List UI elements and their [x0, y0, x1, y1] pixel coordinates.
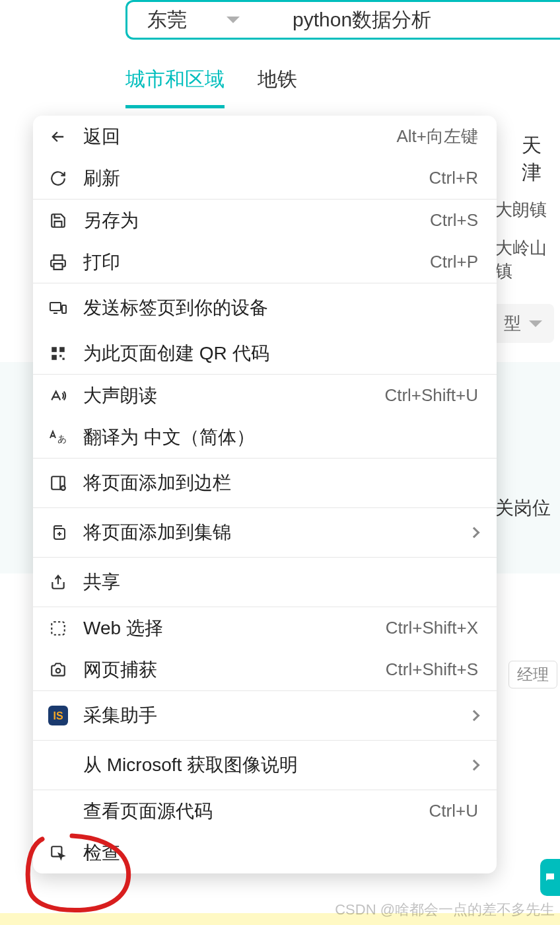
menu-print[interactable]: 打印 Ctrl+P [33, 241, 497, 283]
tab-metro[interactable]: 地铁 [258, 66, 297, 108]
menu-label: 共享 [83, 570, 478, 595]
svg-text:あ: あ [57, 433, 67, 444]
menu-label: 大声朗读 [83, 383, 384, 408]
chevron-right-icon [469, 760, 480, 771]
menu-shortcut: Ctrl+Shift+U [384, 385, 478, 406]
svg-text:IS: IS [53, 710, 63, 722]
menu-label: 另存为 [83, 208, 430, 233]
menu-label: 打印 [83, 250, 430, 275]
sidebar-icon [48, 472, 69, 494]
filter-label: 型 [504, 312, 521, 335]
menu-ms-image[interactable]: 从 Microsoft 获取图像说明 [33, 741, 497, 790]
translate-icon: あ [48, 427, 69, 448]
collector-ext-icon: IS [48, 705, 69, 726]
svg-rect-2 [52, 347, 57, 352]
menu-add-sidebar[interactable]: 将页面添加到边栏 [33, 459, 497, 507]
inspect-icon [48, 842, 69, 864]
print-icon [48, 252, 69, 273]
menu-shortcut: Ctrl+S [430, 210, 478, 231]
bg-filter-dropdown[interactable]: 型 [492, 304, 554, 343]
bg-district-1: 大朗镇 [495, 198, 547, 221]
menu-view-source[interactable]: 查看页面源代码 Ctrl+U [33, 790, 497, 832]
city-label: 东莞 [147, 7, 187, 34]
watermark: CSDN @啥都会一点的差不多先生 [335, 900, 555, 920]
menu-share[interactable]: 共享 [33, 558, 497, 607]
collection-icon [48, 522, 69, 543]
menu-collector[interactable]: IS 采集助手 [33, 691, 497, 740]
chat-button[interactable] [540, 859, 560, 896]
tabs: 城市和区域 地铁 [125, 66, 297, 108]
menu-shortcut: Ctrl+Shift+X [386, 618, 478, 638]
menu-label: 为此页面创建 QR 代码 [83, 341, 478, 366]
search-bar: 东莞 python数据分析 [125, 0, 560, 40]
svg-rect-1 [62, 305, 66, 313]
svg-rect-5 [59, 355, 61, 357]
web-select-icon [48, 618, 69, 639]
chevron-down-icon [529, 320, 542, 327]
menu-save-as[interactable]: 另存为 Ctrl+S [33, 200, 497, 241]
menu-send-tab[interactable]: 发送标签页到你的设备 [33, 283, 497, 332]
menu-shortcut: Ctrl+U [429, 801, 478, 821]
svg-rect-6 [63, 357, 65, 359]
menu-label: Web 选择 [83, 616, 386, 641]
menu-shortcut: Ctrl+Shift+S [386, 659, 478, 680]
menu-label: 返回 [83, 124, 396, 149]
svg-point-12 [56, 668, 61, 673]
search-input[interactable]: python数据分析 [293, 7, 431, 34]
menu-shortcut: Ctrl+R [429, 168, 478, 188]
share-icon [48, 572, 69, 593]
chevron-down-icon [227, 17, 240, 23]
svg-rect-11 [52, 622, 65, 635]
tab-city-region[interactable]: 城市和区域 [125, 66, 225, 108]
menu-shortcut: Ctrl+P [430, 252, 478, 272]
qr-icon [48, 343, 69, 364]
bg-city-partial: 天津 [522, 132, 560, 186]
chevron-right-icon [469, 710, 480, 722]
menu-qr[interactable]: 为此页面创建 QR 代码 [33, 332, 497, 374]
menu-label: 采集助手 [83, 703, 470, 728]
menu-web-select[interactable]: Web 选择 Ctrl+Shift+X [33, 607, 497, 649]
svg-rect-3 [59, 347, 65, 352]
menu-label: 网页捕获 [83, 657, 386, 683]
city-selector[interactable]: 东莞 [127, 7, 260, 34]
camera-icon [48, 659, 69, 681]
menu-label: 刷新 [83, 166, 429, 191]
menu-label: 从 Microsoft 获取图像说明 [83, 753, 470, 778]
menu-web-capture[interactable]: 网页捕获 Ctrl+Shift+S [33, 649, 497, 690]
devices-icon [48, 297, 69, 318]
bg-district-2: 大岭山镇 [495, 237, 560, 283]
menu-refresh[interactable]: 刷新 Ctrl+R [33, 157, 497, 199]
menu-label: 翻译为 中文（简体） [83, 425, 478, 450]
menu-label: 将页面添加到集锦 [83, 520, 470, 545]
menu-label: 发送标签页到你的设备 [83, 295, 478, 320]
menu-shortcut: Alt+向左键 [396, 125, 478, 148]
svg-rect-0 [50, 303, 61, 311]
bg-tag: 经理 [508, 661, 557, 688]
menu-translate[interactable]: あ 翻译为 中文（简体） [33, 416, 497, 458]
menu-label: 检查 [83, 840, 478, 866]
svg-rect-4 [52, 355, 57, 360]
refresh-icon [48, 168, 69, 189]
read-aloud-icon [48, 385, 69, 406]
menu-add-collection[interactable]: 将页面添加到集锦 [33, 508, 497, 557]
chevron-right-icon [469, 527, 480, 538]
menu-back[interactable]: 返回 Alt+向左键 [33, 116, 497, 157]
bg-job-text: 关岗位 [495, 496, 551, 521]
menu-label: 将页面添加到边栏 [83, 470, 478, 496]
save-icon [48, 210, 69, 231]
menu-inspect[interactable]: 检查 [33, 832, 497, 873]
context-menu: 返回 Alt+向左键 刷新 Ctrl+R 另存为 Ctrl+S 打印 Ctrl+… [33, 116, 497, 873]
arrow-left-icon [48, 126, 69, 147]
menu-label: 查看页面源代码 [83, 799, 429, 824]
menu-read-aloud[interactable]: 大声朗读 Ctrl+Shift+U [33, 375, 497, 416]
